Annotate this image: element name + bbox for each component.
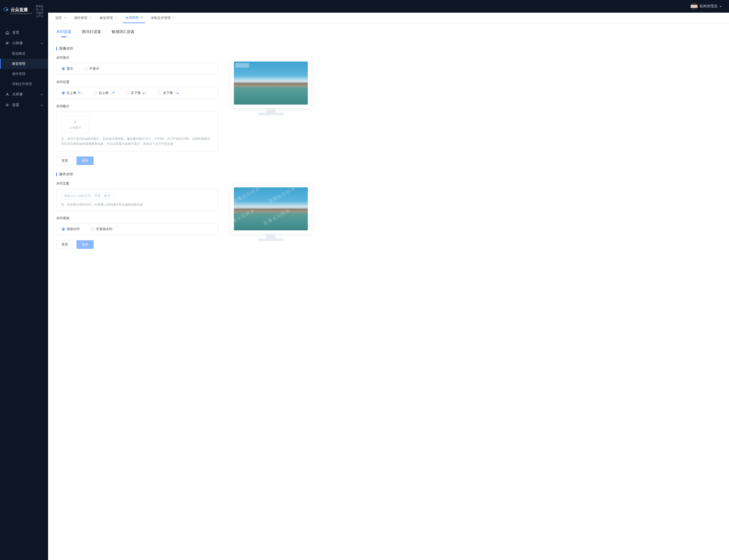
- position-thumb-icon: [174, 92, 179, 94]
- close-icon[interactable]: ✕: [115, 16, 117, 19]
- watermark-text-input[interactable]: [61, 192, 114, 199]
- gear-icon: [5, 103, 10, 107]
- label-wm-position: 水印位置: [56, 80, 218, 84]
- user-name: 机构管理员: [700, 4, 717, 9]
- user-menu[interactable]: 机构管理员: [691, 3, 722, 10]
- radio-group-display: 显示 不显示: [56, 63, 218, 75]
- plus-icon: +: [74, 119, 77, 125]
- subnav-recording-mgmt[interactable]: 录制文件管理: [0, 79, 48, 89]
- radio-show[interactable]: 显示: [62, 66, 73, 71]
- upload-area: + 上传图片 注：水印只支持png格式图片，且必须为透明底。建议最佳图片尺寸：1…: [56, 111, 218, 151]
- close-icon[interactable]: ✕: [173, 16, 175, 19]
- home-icon: [5, 30, 10, 35]
- reset-button-live[interactable]: 重置: [56, 156, 73, 165]
- section-course-watermark: 课件水印: [56, 172, 721, 177]
- subtab-watermark[interactable]: 水印设置: [56, 29, 71, 37]
- brand-name: 云朵直播: [11, 8, 32, 12]
- svg-point-2: [8, 42, 9, 43]
- svg-point-0: [6, 9, 7, 10]
- watermark-sample-box: [235, 63, 249, 68]
- tab-courseware[interactable]: 课件管理✕: [72, 13, 94, 23]
- brand-domain: yunduoketang.com: [11, 12, 32, 15]
- label-wm-text: 水印文案: [56, 181, 218, 186]
- brand-header: 云朵直播 yunduoketang.com 教育机构一站 式服务云平台: [0, 0, 48, 22]
- users-icon: [5, 41, 10, 46]
- nav: 首页 小班课 数据概览 教室管理 课件管理 录制文件管理 大班课 设置: [0, 22, 48, 110]
- sidebar: 云朵直播 yunduoketang.com 教育机构一站 式服务云平台 首页 小…: [0, 0, 48, 560]
- label-wm-image: 水印图片: [56, 104, 218, 109]
- preview-monitor-course: 直播水印样本 直播水印样本 直播水印样本 直播水印样本: [230, 184, 311, 234]
- svg-point-1: [6, 42, 8, 43]
- radio-top-left[interactable]: 左上角: [62, 91, 83, 95]
- save-button-live[interactable]: 保存: [76, 156, 94, 165]
- tab-global[interactable]: 全局管理✕: [123, 13, 145, 23]
- save-button-course[interactable]: 保存: [76, 240, 94, 249]
- close-icon[interactable]: ✕: [89, 16, 92, 19]
- nav-small-class[interactable]: 小班课: [0, 38, 48, 49]
- tab-home[interactable]: 首页✕: [53, 13, 69, 23]
- label-wm-display: 水印显示: [56, 55, 218, 60]
- input-area: 注：若设置为添加水印，对直播上传的课件和生成的回放生效: [56, 188, 218, 211]
- tab-classroom[interactable]: 教室管理✕: [97, 13, 120, 23]
- subnav-classroom-mgmt[interactable]: 教室管理: [0, 59, 48, 69]
- upload-button[interactable]: + 上传图片: [61, 116, 89, 133]
- nav-home[interactable]: 首页: [0, 27, 48, 38]
- position-thumb-icon: [142, 92, 147, 94]
- nav-small-class-sub: 数据概览 教室管理 课件管理 录制文件管理: [0, 49, 48, 89]
- text-note: 注：若设置为添加水印，对直播上传的课件和生成的回放生效: [61, 202, 213, 207]
- radio-add-no[interactable]: 不添加水印: [91, 227, 112, 231]
- reset-button-course[interactable]: 重置: [56, 240, 73, 249]
- watermark-sample-text: 直播水印样本: [234, 207, 256, 227]
- subnav-data-overview[interactable]: 数据概览: [0, 49, 48, 59]
- watermark-sample-text: 直播水印样本: [234, 187, 261, 205]
- brand-tagline: 教育机构一站 式服务云平台: [36, 5, 45, 18]
- nav-settings[interactable]: 设置: [0, 100, 48, 110]
- radio-hide[interactable]: 不显示: [84, 66, 99, 71]
- logo-icon: [3, 7, 9, 16]
- radio-group-position: 左上角 右上角 左下角 右下角: [56, 87, 218, 99]
- position-thumb-icon: [110, 92, 115, 94]
- close-icon[interactable]: ✕: [64, 16, 66, 19]
- svg-point-3: [7, 93, 8, 94]
- topbar: 机构管理员: [48, 0, 729, 13]
- radio-bottom-left[interactable]: 左下角: [126, 91, 147, 95]
- subnav-courseware-mgmt[interactable]: 课件管理: [0, 69, 48, 79]
- preview-monitor-live: [230, 58, 311, 108]
- tab-recording[interactable]: 录制文件管理✕: [148, 13, 177, 23]
- radio-top-right[interactable]: 右上角: [94, 91, 115, 95]
- watermark-sample-text: 直播水印样本: [262, 207, 292, 227]
- sub-tabs: 水印设置 跑马灯设置 敏感词汇设置: [56, 23, 721, 39]
- radio-bottom-right[interactable]: 右下角: [158, 91, 179, 95]
- svg-point-4: [7, 105, 8, 106]
- close-icon[interactable]: ✕: [140, 16, 143, 19]
- label-wm-add: 水印添加: [56, 216, 218, 221]
- section-live-watermark: 直播水印: [56, 46, 721, 51]
- subtab-marquee[interactable]: 跑马灯设置: [82, 29, 101, 37]
- tabs-bar: 首页✕ 课件管理✕ 教室管理✕ 全局管理✕ 录制文件管理✕: [48, 13, 729, 23]
- radio-add-yes[interactable]: 添加水印: [62, 227, 80, 231]
- position-thumb-icon: [78, 92, 83, 94]
- chevron-down-icon: [41, 103, 43, 107]
- nav-big-class[interactable]: 大班课: [0, 89, 48, 100]
- radio-group-add: 添加水印 不添加水印: [56, 223, 218, 235]
- content: 水印设置 跑马灯设置 敏感词汇设置 直播水印 水印显示 显示 不显示: [48, 23, 729, 259]
- subtab-sensitive[interactable]: 敏感词汇设置: [112, 29, 134, 37]
- upload-note: 注：水印只支持png格式图片，且必须为透明底。建议最佳图片尺寸：174*80，大…: [61, 136, 213, 147]
- avatar: [691, 3, 698, 10]
- chevron-down-icon: [41, 92, 43, 96]
- chevron-up-icon: [41, 41, 43, 45]
- main: 机构管理员 首页✕ 课件管理✕ 教室管理✕ 全局管理✕ 录制文件管理✕ 水印设置…: [48, 0, 729, 560]
- watermark-sample-text: 直播水印样本: [267, 187, 297, 205]
- chevron-down-icon: [719, 4, 722, 8]
- group-icon: [5, 92, 10, 97]
